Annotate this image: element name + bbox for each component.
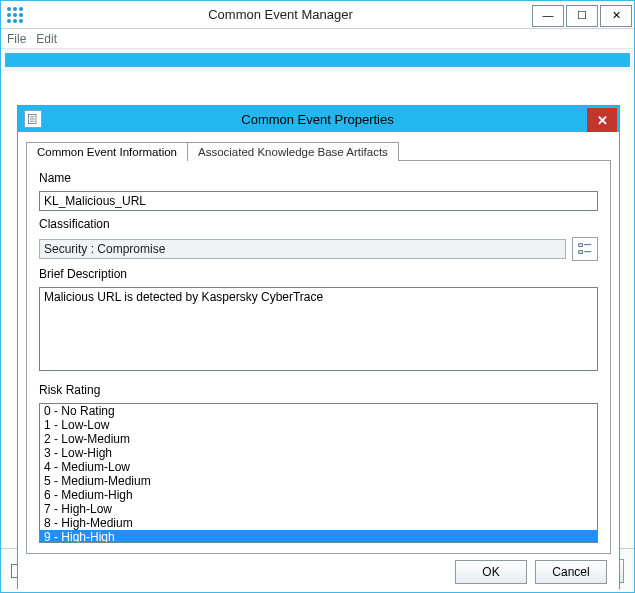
risk-rating-item[interactable]: 9 - High-High [40,530,597,543]
outer-titlebar: Common Event Manager — ☐ ✕ [1,1,634,29]
tab-common-event-info[interactable]: Common Event Information [26,142,188,161]
outer-window: Common Event Manager — ☐ ✕ File Edit Com… [0,0,635,593]
outer-window-title: Common Event Manager [29,7,532,22]
risk-rating-item[interactable]: 3 - Low-High [40,446,597,460]
name-input[interactable] [39,191,598,211]
outer-body [1,49,634,71]
tab-associated-kb[interactable]: Associated Knowledge Base Artifacts [187,142,399,161]
svg-rect-4 [579,244,583,247]
brief-description-input[interactable] [39,287,598,371]
dialog-body: Common Event Information Associated Know… [18,132,619,592]
tabs: Common Event Information Associated Know… [26,138,611,160]
menu-file[interactable]: File [7,32,26,46]
window-controls: — ☐ ✕ [532,3,634,27]
dialog-title: Common Event Properties [48,112,587,127]
properties-dialog: Common Event Properties ✕ Common Event I… [17,105,620,589]
risk-rating-item[interactable]: 6 - Medium-High [40,488,597,502]
risk-rating-item[interactable]: 5 - Medium-Medium [40,474,597,488]
dialog-icon [24,110,42,128]
risk-rating-item[interactable]: 2 - Low-Medium [40,432,597,446]
maximize-button[interactable]: ☐ [566,5,598,27]
risk-rating-label: Risk Rating [39,383,598,397]
dialog-button-row: OK Cancel [26,554,611,584]
dialog-ok-button[interactable]: OK [455,560,527,584]
minimize-button[interactable]: — [532,5,564,27]
menu-edit[interactable]: Edit [36,32,57,46]
dialog-close-button[interactable]: ✕ [587,108,617,132]
dialog-titlebar: Common Event Properties ✕ [18,106,619,132]
risk-rating-item[interactable]: 1 - Low-Low [40,418,597,432]
menubar: File Edit [1,29,634,49]
svg-rect-5 [579,251,583,254]
dialog-cancel-button[interactable]: Cancel [535,560,607,584]
risk-rating-item[interactable]: 0 - No Rating [40,404,597,418]
close-button[interactable]: ✕ [600,5,632,27]
name-label: Name [39,171,598,185]
risk-rating-item[interactable]: 8 - High-Medium [40,516,597,530]
risk-rating-item[interactable]: 4 - Medium-Low [40,460,597,474]
brief-description-label: Brief Description [39,267,598,281]
outer-content-frame [5,53,630,67]
risk-rating-listbox[interactable]: 0 - No Rating1 - Low-Low2 - Low-Medium3 … [39,403,598,543]
classification-value: Security : Compromise [39,239,566,259]
classification-browse-button[interactable] [572,237,598,261]
risk-rating-item[interactable]: 7 - High-Low [40,502,597,516]
classification-label: Classification [39,217,598,231]
tab-panel-info: Name Classification Security : Compromis… [26,160,611,554]
app-icon [1,1,29,29]
